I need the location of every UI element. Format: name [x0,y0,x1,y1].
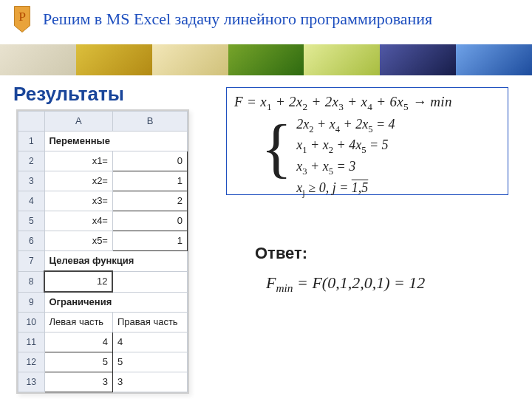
slide-header: P Решим в MS Excel задачу линейного прог… [0,0,532,38]
badge-icon: P [12,6,33,33]
var-value: 0 [112,211,187,231]
table-row: 1333 [18,372,188,392]
var-name: x3= [44,191,112,211]
answer-label: Ответ: [255,244,307,263]
table-row: 7 Целевая функция [18,251,188,272]
section-heading-obj: Целевая функция [44,251,188,272]
constraint-lhs: 3 [44,372,112,392]
var-name: x4= [44,211,112,231]
lp-line: x3 + x5 = 3 [296,158,395,180]
constraint-lhs: 5 [44,352,112,372]
table-row: 9 Ограничения [18,292,188,313]
lp-constraints: 2x2 + x4 + 2x5 = 4 x1 + x2 + 4x5 = 5 x3 … [296,116,395,200]
section-heading-vars: Переменные [44,132,188,151]
table-row: 4x3=2 [18,191,188,211]
excel-select-all[interactable] [18,112,45,132]
var-name: x5= [44,231,112,251]
lp-formulation-box: F = x1 + 2x2 + 2x3 + x4 + 6x5 → min { 2x… [226,87,508,195]
constraint-rhs: 3 [112,372,187,392]
table-row: 6x5=1 [18,231,188,251]
var-value: 1 [112,171,187,191]
lp-line: x1 + x2 + 4x5 = 5 [296,137,395,158]
decorative-photo-strip [0,44,532,75]
excel-col-header-b[interactable]: B [112,112,187,132]
table-row: 2x1=0 [18,151,188,171]
excel-screenshot: A B 1 Переменные 2x1=0 3x2=1 4x3=2 5x4=0… [16,109,189,394]
var-value: 1 [112,231,187,251]
svg-text:P: P [18,9,26,24]
table-row: 10 Левая часть Правая часть [18,313,188,332]
constraint-rhs: 5 [112,352,187,372]
table-row: 8 12 [18,271,188,292]
section-heading-constraints: Ограничения [44,292,188,313]
var-name: x2= [44,171,112,191]
objective-value-cell[interactable]: 12 [44,271,112,292]
brace-icon: { [261,116,292,200]
table-row: 5x4=0 [18,211,188,231]
table-row: 1 Переменные [18,132,188,151]
constraint-lhs: 4 [44,332,112,352]
var-name: x1= [44,151,112,171]
excel-col-header-a[interactable]: A [44,112,112,132]
lp-objective: F = x1 + 2x2 + 2x3 + x4 + 6x5 → min [234,94,500,113]
constraints-rhs-header: Правая часть [112,313,187,332]
slide-title: Решим в MS Excel задачу линейного програ… [43,10,432,29]
var-value: 2 [112,191,187,211]
results-heading: Результаты [13,83,124,106]
answer-formula: Fmin = F(0,1,2,0,1) = 12 [266,273,425,295]
table-row: 1144 [18,332,188,352]
row-number[interactable]: 1 [18,132,45,151]
constraint-rhs: 4 [112,332,187,352]
table-row: 1255 [18,352,188,372]
table-row: 3x2=1 [18,171,188,191]
lp-line: 2x2 + x4 + 2x5 = 4 [296,116,395,137]
var-value: 0 [112,151,187,171]
constraints-lhs-header: Левая часть [44,313,112,332]
lp-line: xj ≥ 0, j = 1,5 [296,180,395,201]
